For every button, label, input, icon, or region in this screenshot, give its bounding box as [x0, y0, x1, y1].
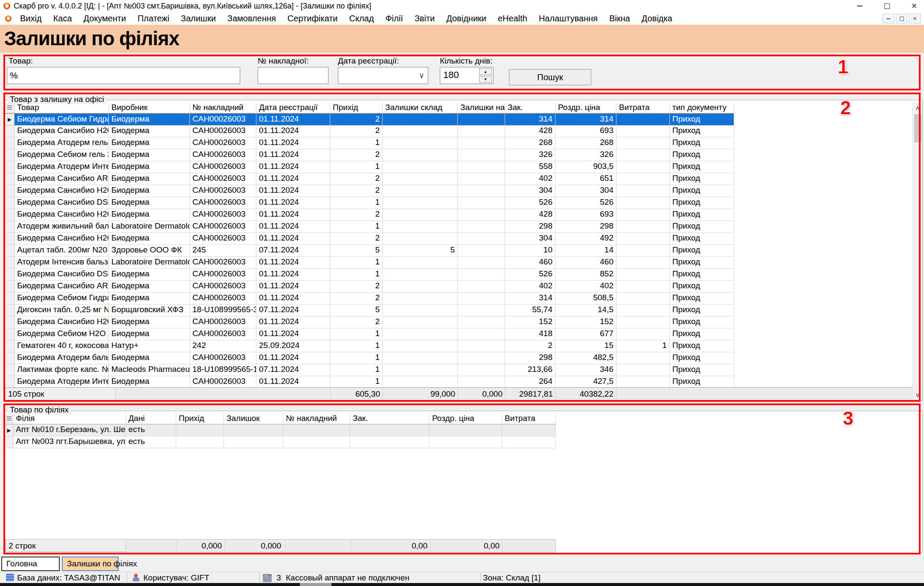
menu-item-2[interactable]: Каса: [53, 14, 72, 23]
table-row[interactable]: Биодерма Сансибио AR крем пБиодермаCAH00…: [5, 173, 735, 185]
column-header[interactable]: Виробник: [109, 102, 190, 113]
mdi-close-button[interactable]: ×: [909, 14, 921, 23]
column-header[interactable]: Зак.: [350, 413, 430, 424]
table-row[interactable]: Биодерма Себиом Гидра кремБиодермаCAH000…: [5, 293, 735, 305]
column-header[interactable]: Залишки на: [458, 102, 505, 113]
table-row[interactable]: Биодерма Сансибио Н2О лосьонБиодермаCAH0…: [5, 316, 735, 328]
column-header[interactable]: Прихід: [176, 413, 224, 424]
column-header[interactable]: Залишок: [224, 413, 283, 424]
table-cell: Приход: [670, 185, 734, 197]
column-header[interactable]: Дані: [126, 413, 176, 424]
table-cell: Биодерма Атодерм гель очищ: [15, 137, 109, 149]
annotation-number-2: 2: [840, 97, 851, 119]
invoice-input[interactable]: [258, 67, 328, 84]
table-cell: [383, 293, 458, 305]
table-row[interactable]: Биодерма Атодерм бальз. д/лБиодермаCAH00…: [5, 352, 735, 364]
column-header[interactable]: № накладний: [283, 413, 350, 424]
table-row[interactable]: Биодерма Сансибио AR крем пБиодермаCAH00…: [5, 281, 735, 293]
table-row[interactable]: Биодерма Сансибио Н2О лосьонБиодермаCAH0…: [5, 209, 735, 221]
table-row[interactable]: ▶Апт №010 г.Березань, ул. Шевчеесть: [5, 424, 556, 436]
column-header[interactable]: Витрата: [616, 102, 670, 113]
table-row[interactable]: Биодерма Сансибио DS+ кремБиодермаCAH000…: [5, 197, 735, 209]
menu-item-3[interactable]: Документи: [84, 14, 126, 23]
spin-up-icon[interactable]: ▲: [479, 68, 492, 75]
table-cell: Биодерма: [109, 352, 190, 364]
column-header[interactable]: Роздр. ціна: [430, 413, 502, 424]
spin-down-icon[interactable]: ▼: [479, 76, 492, 83]
table-row[interactable]: Биодерма Атодерм ИнтенсивБиодермаCAH0002…: [5, 376, 735, 387]
product-input[interactable]: [7, 67, 240, 84]
column-header[interactable]: Зак.: [505, 102, 555, 113]
mdi-minimize-button[interactable]: [883, 14, 894, 23]
table-cell: [383, 197, 458, 209]
menu-item-8[interactable]: Склад: [349, 14, 374, 23]
date-select[interactable]: ∨: [338, 67, 428, 84]
tab-holovna[interactable]: Головна: [1, 557, 60, 571]
table-cell: [383, 305, 458, 316]
table-row[interactable]: ▶Биодерма Себиом Гидра кремБиодермаCAH00…: [5, 113, 735, 125]
row-marker: [5, 281, 15, 293]
scroll-up-icon[interactable]: ∧: [913, 102, 922, 113]
table-cell: 526: [555, 197, 616, 209]
column-header[interactable]: Філія: [13, 413, 126, 424]
table-row[interactable]: Ацетал табл. 200мг N20Здоровье ООО ФК245…: [5, 245, 735, 257]
table-cell: CAH00026003: [190, 316, 256, 328]
menu-item-9[interactable]: Філії: [385, 14, 403, 23]
table-row[interactable]: Биодерма Себиом гель 200млБиодермаCAH000…: [5, 149, 735, 161]
table-row[interactable]: Биодерма Сансибио Н2О лосьонБиодермаCAH0…: [5, 185, 735, 197]
table-row[interactable]: Биодерма Себиом Н2О лосьонБиодермаCAH000…: [5, 328, 735, 340]
status-count: 3: [276, 573, 281, 583]
search-button[interactable]: Пошук: [509, 69, 591, 85]
vertical-scrollbar[interactable]: ∧ ∨: [912, 102, 922, 400]
table-cell: CAH00026003: [190, 233, 256, 245]
column-header[interactable]: Роздр. ціна: [555, 102, 616, 113]
table-row[interactable]: Апт №003 пгт.Барышевка, ул.Киеесть: [5, 436, 556, 448]
days-stepper[interactable]: 180 ▲ ▼: [440, 67, 494, 84]
table-row[interactable]: Лактимак форте капс. № 30Macleods Pharma…: [5, 364, 735, 376]
menu-item-6[interactable]: Замовлення: [227, 14, 276, 23]
menu-item-15[interactable]: Довідка: [642, 14, 672, 23]
menu-item-10[interactable]: Звіти: [415, 14, 435, 23]
column-header[interactable]: Залишки склад: [383, 102, 458, 113]
table-header-row: ТоварВиробник№ накладнийДата реєстраціїП…: [5, 102, 735, 113]
table-cell: [502, 436, 556, 448]
column-header[interactable]: тип документу: [670, 102, 734, 113]
table-row[interactable]: Биодерма Сансибио DS+ кремБиодермаCAH000…: [5, 269, 735, 281]
column-header[interactable]: Витрата: [502, 413, 556, 424]
menu-item-7[interactable]: Сертифікати: [288, 14, 338, 23]
menu-item-5[interactable]: Залишки: [181, 14, 216, 23]
table-cell: 01.11.2024: [256, 269, 330, 281]
table-row[interactable]: Гематоген 40 г, кокосовая стрНатур+24225…: [5, 340, 735, 352]
table-row[interactable]: Биодерма Сансибио Н2О лосьонБиодермаCAH0…: [5, 233, 735, 245]
table-row[interactable]: Дигоксин табл. 0,25 мг №40Борщаговский Х…: [5, 305, 735, 316]
column-header[interactable]: Прихід: [330, 102, 383, 113]
scroll-down-icon[interactable]: ∨: [913, 389, 922, 400]
menu-item-13[interactable]: Налаштування: [539, 14, 598, 23]
table-row[interactable]: Биодерма Атодерм гель очищБиодермаCAH000…: [5, 137, 735, 149]
tab-zalishki-po-filiyah[interactable]: Залишки по філіях: [62, 557, 119, 571]
column-header[interactable]: Дата реєстрації: [256, 102, 330, 113]
column-header[interactable]: № накладний: [190, 102, 256, 113]
table-row[interactable]: Атодерм живильний бальзамLaboratoire Der…: [5, 221, 735, 233]
menu-item-4[interactable]: Платежі: [137, 14, 169, 23]
menu-item-14[interactable]: Вікна: [609, 14, 630, 23]
table-cell: 5: [330, 245, 383, 257]
table-cell: [458, 328, 505, 340]
table-row[interactable]: Биодерма Сансибио Н2О лосьонБиодермаCAH0…: [5, 125, 735, 137]
minimize-button[interactable]: [854, 1, 865, 11]
scroll-thumb[interactable]: [914, 114, 921, 142]
table-row[interactable]: Атодерм Інтенсив бальзам 20Laboratoire D…: [5, 257, 735, 269]
menu-item-11[interactable]: Довідники: [446, 14, 486, 23]
close-button[interactable]: ×: [909, 1, 920, 11]
table-cell: Биодерма: [109, 137, 190, 149]
restore-button[interactable]: [881, 1, 892, 11]
mdi-restore-button[interactable]: [896, 14, 907, 23]
table-cell: Приход: [670, 257, 734, 269]
grid-properties-icon[interactable]: [5, 413, 13, 424]
menu-item-1[interactable]: Вихід: [20, 14, 42, 23]
table-row[interactable]: Биодерма Атодерм ИнтенсивБиодермаCAH0002…: [5, 161, 735, 173]
table-cell: [458, 161, 505, 173]
table-cell: 314: [555, 113, 616, 125]
table-cell: 268: [505, 137, 555, 149]
menu-item-12[interactable]: eHealth: [498, 14, 527, 23]
